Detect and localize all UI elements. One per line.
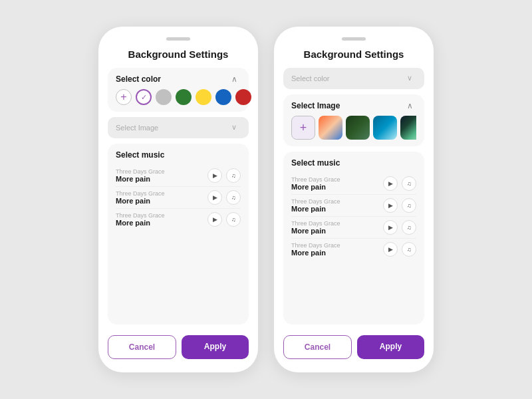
color-selected-left[interactable] bbox=[136, 89, 152, 105]
color-row-left: + bbox=[116, 89, 241, 105]
music-item-right-3: Three Days Grace More pain ▶ ♫ bbox=[291, 239, 416, 260]
music-info-left-1: Three Days Grace More pain bbox=[116, 190, 165, 205]
add-btn-right-3[interactable]: ♫ bbox=[402, 242, 416, 257]
phone-notch-right bbox=[342, 37, 366, 41]
music-item-left-0: Three Days Grace More pain ▶ ♫ bbox=[116, 165, 241, 187]
image-forest-right[interactable] bbox=[346, 116, 370, 140]
music-artist-right-0: Three Days Grace bbox=[291, 176, 340, 183]
image-section-header-right[interactable]: Select Image ∧ bbox=[291, 101, 416, 110]
image-add-right[interactable]: + bbox=[291, 116, 315, 140]
image-dropdown-placeholder-left: Select Image bbox=[116, 124, 158, 132]
music-name-left-0: More pain bbox=[116, 175, 165, 183]
add-btn-right-1[interactable]: ♫ bbox=[402, 198, 416, 213]
music-info-left-0: Three Days Grace More pain bbox=[116, 168, 165, 183]
play-btn-right-0[interactable]: ▶ bbox=[383, 176, 398, 191]
music-item-right-1: Three Days Grace More pain ▶ ♫ bbox=[291, 195, 416, 217]
music-controls-right-0: ▶ ♫ bbox=[383, 176, 416, 191]
color-green-left[interactable] bbox=[176, 89, 192, 105]
add-btn-right-0[interactable]: ♫ bbox=[402, 176, 416, 191]
color-dropdown-placeholder-right: Select color bbox=[291, 74, 329, 82]
music-item-left-2: Three Days Grace More pain ▶ ♫ bbox=[116, 209, 241, 230]
music-item-left-1: Three Days Grace More pain ▶ ♫ bbox=[116, 187, 241, 209]
music-controls-right-1: ▶ ♫ bbox=[383, 198, 416, 213]
play-btn-right-2[interactable]: ▶ bbox=[383, 220, 398, 235]
apply-button-right[interactable]: Apply bbox=[357, 335, 424, 359]
music-section-right: Select music Three Days Grace More pain … bbox=[283, 152, 424, 325]
play-btn-left-0[interactable]: ▶ bbox=[207, 168, 222, 183]
phones-container: Background Settings Select color ∧ + Sel… bbox=[98, 27, 434, 372]
music-name-right-3: More pain bbox=[291, 249, 340, 257]
music-name-right-0: More pain bbox=[291, 183, 340, 191]
phone-notch-left bbox=[166, 37, 190, 41]
music-name-right-2: More pain bbox=[291, 227, 340, 235]
footer-buttons-left: Cancel Apply bbox=[108, 335, 249, 359]
add-btn-left-1[interactable]: ♫ bbox=[226, 190, 241, 205]
images-row-right: + bbox=[291, 116, 416, 140]
color-section-left: Select color ∧ + bbox=[108, 68, 249, 112]
music-artist-left-1: Three Days Grace bbox=[116, 190, 165, 197]
play-btn-left-1[interactable]: ▶ bbox=[207, 190, 222, 205]
footer-buttons-right: Cancel Apply bbox=[283, 335, 424, 359]
music-artist-right-3: Three Days Grace bbox=[291, 242, 340, 249]
music-controls-left-2: ▶ ♫ bbox=[207, 212, 241, 227]
image-section-label-right: Select Image bbox=[291, 101, 340, 110]
music-controls-right-3: ▶ ♫ bbox=[383, 242, 416, 257]
phone-left: Background Settings Select color ∧ + Sel… bbox=[98, 27, 258, 372]
image-section-right: Select Image ∧ + bbox=[283, 94, 424, 146]
music-info-right-0: Three Days Grace More pain bbox=[291, 176, 340, 191]
music-name-left-1: More pain bbox=[116, 197, 165, 205]
color-yellow-left[interactable] bbox=[196, 89, 211, 105]
color-dropdown-right[interactable]: Select color ∨ bbox=[283, 68, 424, 89]
music-info-right-2: Three Days Grace More pain bbox=[291, 220, 340, 235]
music-artist-right-1: Three Days Grace bbox=[291, 198, 340, 205]
add-btn-left-2[interactable]: ♫ bbox=[226, 212, 241, 227]
music-title-right: Select music bbox=[291, 158, 416, 168]
image-dropdown-left[interactable]: Select Image ∨ bbox=[108, 117, 249, 138]
play-btn-left-2[interactable]: ▶ bbox=[207, 212, 222, 227]
music-section-left: Select music Three Days Grace More pain … bbox=[108, 144, 249, 325]
color-red-left[interactable] bbox=[235, 89, 251, 105]
play-btn-right-1[interactable]: ▶ bbox=[383, 198, 398, 213]
chevron-down-color-right: ∨ bbox=[407, 74, 416, 83]
music-name-left-2: More pain bbox=[116, 219, 165, 227]
music-item-right-0: Three Days Grace More pain ▶ ♫ bbox=[291, 173, 416, 195]
add-btn-left-0[interactable]: ♫ bbox=[226, 168, 241, 183]
cancel-button-left[interactable]: Cancel bbox=[108, 335, 176, 359]
color-gray-left[interactable] bbox=[156, 89, 172, 105]
music-info-left-2: Three Days Grace More pain bbox=[116, 212, 165, 227]
music-artist-right-2: Three Days Grace bbox=[291, 220, 340, 227]
apply-button-left[interactable]: Apply bbox=[182, 335, 249, 359]
music-name-right-1: More pain bbox=[291, 205, 340, 213]
phone-right: Background Settings Select color ∨ Selec… bbox=[274, 27, 434, 372]
image-sunset-right[interactable] bbox=[319, 116, 342, 140]
chevron-down-image-left: ∨ bbox=[231, 123, 241, 132]
color-section-label-left: Select color bbox=[116, 74, 161, 84]
phone-right-title: Background Settings bbox=[283, 49, 424, 60]
music-info-right-3: Three Days Grace More pain bbox=[291, 242, 340, 257]
music-controls-left-1: ▶ ♫ bbox=[207, 190, 241, 205]
phone-left-title: Background Settings bbox=[108, 49, 249, 60]
music-artist-left-2: Three Days Grace bbox=[116, 212, 165, 219]
color-blue-left[interactable] bbox=[215, 89, 231, 105]
image-ocean-right[interactable] bbox=[373, 116, 397, 140]
image-aurora-right[interactable] bbox=[400, 116, 416, 140]
music-artist-left-0: Three Days Grace bbox=[116, 168, 165, 175]
music-title-left: Select music bbox=[116, 150, 241, 160]
music-controls-right-2: ▶ ♫ bbox=[383, 220, 416, 235]
chevron-up-image-right: ∧ bbox=[407, 101, 416, 110]
add-btn-right-2[interactable]: ♫ bbox=[402, 220, 416, 235]
cancel-button-right[interactable]: Cancel bbox=[283, 335, 352, 359]
chevron-up-left: ∧ bbox=[231, 74, 241, 84]
color-section-header-left[interactable]: Select color ∧ bbox=[116, 74, 241, 84]
play-btn-right-3[interactable]: ▶ bbox=[383, 242, 398, 257]
music-controls-left-0: ▶ ♫ bbox=[207, 168, 241, 183]
music-item-right-2: Three Days Grace More pain ▶ ♫ bbox=[291, 217, 416, 239]
color-add-left[interactable]: + bbox=[116, 89, 132, 105]
music-info-right-1: Three Days Grace More pain bbox=[291, 198, 340, 213]
